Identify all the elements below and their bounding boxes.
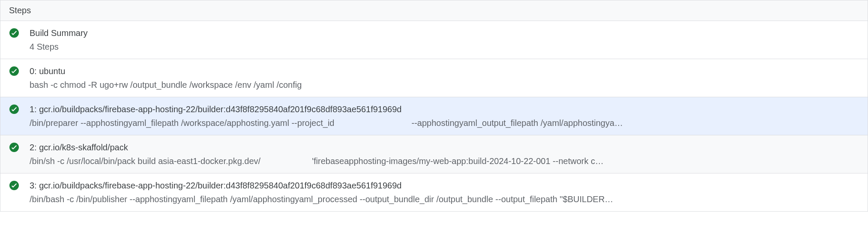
step-title: 1: gcr.io/buildpacks/firebase-app-hostin…	[30, 103, 859, 115]
step-content: Build Summary 4 Steps	[30, 27, 859, 53]
step-subtitle: /bin/preparer --apphostingyaml_filepath …	[30, 117, 859, 129]
build-summary-row[interactable]: Build Summary 4 Steps	[0, 21, 868, 59]
step-content: 2: gcr.io/k8s-skaffold/pack /bin/sh -c /…	[30, 141, 859, 167]
step-title: 0: ubuntu	[30, 65, 859, 77]
step-row-3[interactable]: 3: gcr.io/buildpacks/firebase-app-hostin…	[0, 173, 868, 211]
step-content: 3: gcr.io/buildpacks/firebase-app-hostin…	[30, 179, 859, 205]
success-icon	[9, 142, 19, 152]
step-subtitle-part1: /bin/preparer --apphostingyaml_filepath …	[30, 117, 334, 129]
step-subtitle: /bin/bash -c /bin/publisher --apphosting…	[30, 193, 859, 205]
summary-title: Build Summary	[30, 27, 859, 39]
step-content: 1: gcr.io/buildpacks/firebase-app-hostin…	[30, 103, 859, 129]
summary-subtitle: 4 Steps	[30, 41, 859, 53]
success-icon	[9, 28, 19, 38]
step-row-1[interactable]: 1: gcr.io/buildpacks/firebase-app-hostin…	[0, 97, 868, 135]
step-subtitle: /bin/sh -c /usr/local/bin/pack build asi…	[30, 155, 859, 167]
steps-header: Steps	[0, 0, 868, 21]
step-row-0[interactable]: 0: ubuntu bash -c chmod -R ugo+rw /outpu…	[0, 59, 868, 97]
step-subtitle-part1: /bin/sh -c /usr/local/bin/pack build asi…	[30, 155, 260, 167]
step-subtitle-part2: 'firebaseapphosting-images/my-web-app:bu…	[312, 155, 604, 167]
steps-header-title: Steps	[9, 6, 31, 15]
step-content: 0: ubuntu bash -c chmod -R ugo+rw /outpu…	[30, 65, 859, 91]
step-title: 2: gcr.io/k8s-skaffold/pack	[30, 141, 859, 153]
success-icon	[9, 180, 19, 191]
success-icon	[9, 66, 19, 76]
step-row-2[interactable]: 2: gcr.io/k8s-skaffold/pack /bin/sh -c /…	[0, 135, 868, 173]
steps-panel: Steps Build Summary 4 Steps 0: ubuntu ba…	[0, 0, 868, 212]
step-title: 3: gcr.io/buildpacks/firebase-app-hostin…	[30, 179, 859, 191]
step-subtitle: bash -c chmod -R ugo+rw /output_bundle /…	[30, 79, 859, 91]
success-icon	[9, 104, 19, 114]
step-subtitle-part2: --apphostingyaml_output_filepath /yaml/a…	[411, 117, 623, 129]
